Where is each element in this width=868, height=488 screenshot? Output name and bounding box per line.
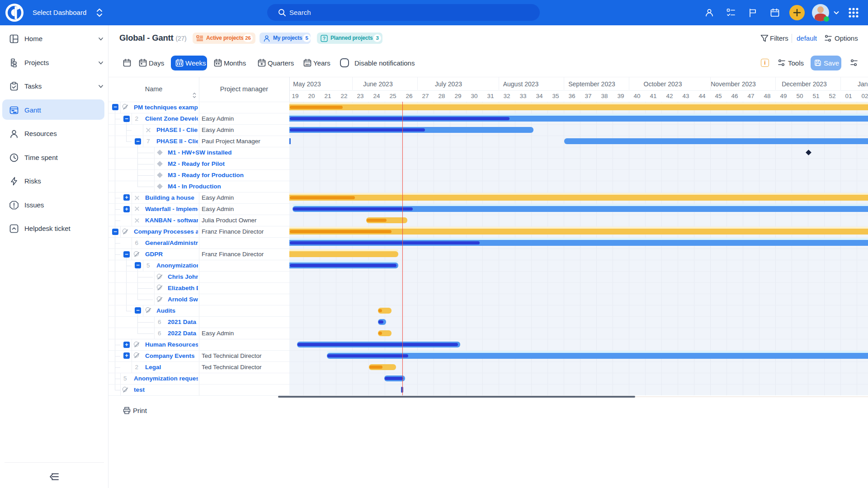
svg-text:?: ?: [323, 36, 326, 41]
svg-text:365: 365: [305, 63, 310, 66]
